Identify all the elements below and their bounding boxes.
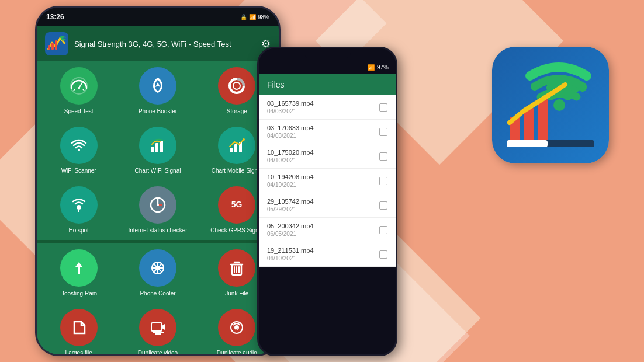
phone-cooler-label: Phone Cooler: [140, 290, 175, 297]
svg-rect-47: [538, 99, 548, 140]
file-checkbox[interactable]: [379, 128, 387, 136]
phone2-header: Files: [259, 74, 396, 95]
grid-item-largest-file[interactable]: Larges file: [41, 309, 116, 356]
file-checkbox[interactable]: [379, 152, 387, 161]
phone1-header: Signal Strength 3G, 4G, 5G, WiFi - Speed…: [37, 26, 279, 61]
phone1-grid-row5: Larges file Duplicate video ♪: [37, 303, 279, 356]
svg-line-7: [74, 89, 75, 90]
file-date: 04/03/2021: [267, 108, 375, 114]
phone1-grid-row3: Hotspot Internet status checker 5G Check…: [37, 180, 279, 240]
file-item[interactable]: 10_194208.mp4 04/10/2021: [259, 169, 396, 193]
boosting-ram-label: Boosting Ram: [60, 290, 97, 297]
phone2-battery: 97%: [377, 64, 389, 71]
file-item[interactable]: 03_170633.mp4 04/03/2021: [259, 120, 396, 144]
svg-rect-1: [48, 45, 50, 50]
file-item[interactable]: 03_165739.mp4 04/03/2021: [259, 95, 396, 120]
svg-rect-3: [55, 40, 57, 50]
speed-test-icon: [60, 67, 98, 105]
svg-text:5G: 5G: [231, 200, 243, 209]
storage-label: Storage: [227, 108, 247, 115]
file-info: 10_175020.mp4 04/10/2021: [267, 149, 375, 163]
file-info: 29_105742.mp4 05/29/2021: [267, 198, 375, 213]
file-item[interactable]: 19_211531.mp4 06/10/2021: [259, 242, 396, 267]
junk-file-label: Junk File: [225, 290, 248, 297]
svg-rect-13: [155, 143, 158, 152]
gprs-icon: 5G: [218, 186, 255, 224]
phone1: 13:26 🔒 📶 98% Signal Strength 3G, 4G, 5G…: [35, 6, 281, 356]
file-info: 03_170633.mp4 04/03/2021: [267, 124, 375, 139]
file-checkbox[interactable]: [379, 103, 387, 112]
chart-mobile-label: Chart Mobile Signal: [212, 168, 262, 175]
internet-checker-icon: [139, 186, 176, 224]
svg-rect-46: [524, 108, 534, 140]
file-item[interactable]: 10_175020.mp4 04/10/2021: [259, 144, 396, 169]
grid-item-phone-cooler[interactable]: Phone Cooler: [120, 249, 195, 297]
grid-item-boosting-ram[interactable]: Boosting Ram: [41, 249, 116, 297]
chart-wifi-label: Chart WIFI Signal: [135, 168, 181, 175]
svg-point-18: [243, 138, 245, 141]
file-info: 05_200342.mp4 06/05/2021: [267, 222, 375, 237]
grid-item-wifi-scanner[interactable]: WiFi Scanner: [41, 127, 116, 175]
file-list: 03_165739.mp4 04/03/2021 03_170633.mp4 0…: [259, 95, 396, 267]
duplicate-video-label: Duplicate video: [138, 350, 178, 356]
phone-booster-label: Phone Booster: [139, 108, 177, 115]
grid-item-chart-wifi[interactable]: Chart WIFI Signal: [120, 127, 195, 175]
internet-checker-label: Internet status checker: [128, 227, 187, 234]
file-date: 05/29/2021: [267, 206, 375, 213]
phone2-notch-area: [259, 48, 396, 60]
app-icon: [492, 47, 609, 163]
file-name: 03_170633.mp4: [267, 124, 375, 131]
chart-mobile-icon: [218, 127, 255, 164]
phone2-notch: [304, 50, 351, 58]
file-item[interactable]: 29_105742.mp4 05/29/2021: [259, 193, 396, 218]
status-icon-vea: 🔒: [240, 14, 247, 20]
phone1-grid-row1: Speed Test Phone Booster Storage: [37, 61, 279, 121]
duplicate-audio-label: Duplicate audio: [217, 350, 257, 356]
file-checkbox[interactable]: [379, 177, 387, 185]
file-item[interactable]: 05_200342.mp4 06/05/2021: [259, 218, 396, 242]
file-checkbox[interactable]: [379, 201, 387, 210]
status-time: 13:26: [46, 13, 64, 21]
grid-item-internet-checker[interactable]: Internet status checker: [120, 186, 195, 234]
svg-rect-16: [234, 144, 237, 152]
app-icon-container: [492, 47, 609, 163]
wifi-scanner-label: WiFi Scanner: [61, 168, 96, 175]
phone1-grid-row4: Boosting Ram Phone Cooler: [37, 243, 279, 303]
svg-point-19: [77, 205, 81, 210]
battery-text: 98%: [258, 14, 269, 20]
file-checkbox[interactable]: [379, 226, 387, 234]
file-date: 06/10/2021: [267, 255, 375, 262]
file-name: 10_194208.mp4: [267, 173, 375, 180]
grid-item-hotspot[interactable]: Hotspot: [41, 186, 116, 234]
app-icon-svg: [498, 53, 603, 158]
phone1-status-bar: 13:26 🔒 📶 98%: [37, 8, 279, 26]
file-name: 05_200342.mp4: [267, 222, 375, 229]
boosting-ram-icon: [60, 249, 98, 287]
file-name: 29_105742.mp4: [267, 198, 375, 205]
file-name: 03_165739.mp4: [267, 100, 375, 107]
svg-rect-49: [507, 140, 548, 147]
status-icon-signal: 📶: [249, 14, 256, 20]
storage-icon: [218, 67, 255, 105]
svg-rect-14: [160, 141, 163, 152]
junk-file-icon: [218, 249, 255, 287]
svg-point-10: [233, 82, 240, 89]
file-checkbox[interactable]: [379, 250, 387, 259]
svg-point-31: [155, 266, 160, 270]
grid-item-speed-test[interactable]: Speed Test: [41, 67, 116, 115]
duplicate-video-icon: [139, 309, 176, 346]
svg-point-11: [78, 149, 80, 151]
svg-text:♪: ♪: [236, 326, 238, 331]
grid-item-duplicate-video[interactable]: Duplicate video: [120, 309, 195, 356]
gprs-label: Check GPRS Signal: [210, 227, 263, 234]
grid-item-phone-booster[interactable]: Phone Booster: [120, 67, 195, 115]
file-name: 10_175020.mp4: [267, 149, 375, 156]
largest-file-label: Larges file: [65, 350, 92, 356]
phone1-grid-row2: WiFi Scanner Chart WIFI Signal: [37, 121, 279, 180]
svg-rect-12: [151, 147, 154, 152]
svg-line-8: [83, 89, 84, 90]
wifi-scanner-icon: [60, 127, 98, 164]
hotspot-icon: [60, 186, 98, 224]
svg-rect-15: [230, 148, 233, 152]
file-date: 04/10/2021: [267, 182, 375, 188]
